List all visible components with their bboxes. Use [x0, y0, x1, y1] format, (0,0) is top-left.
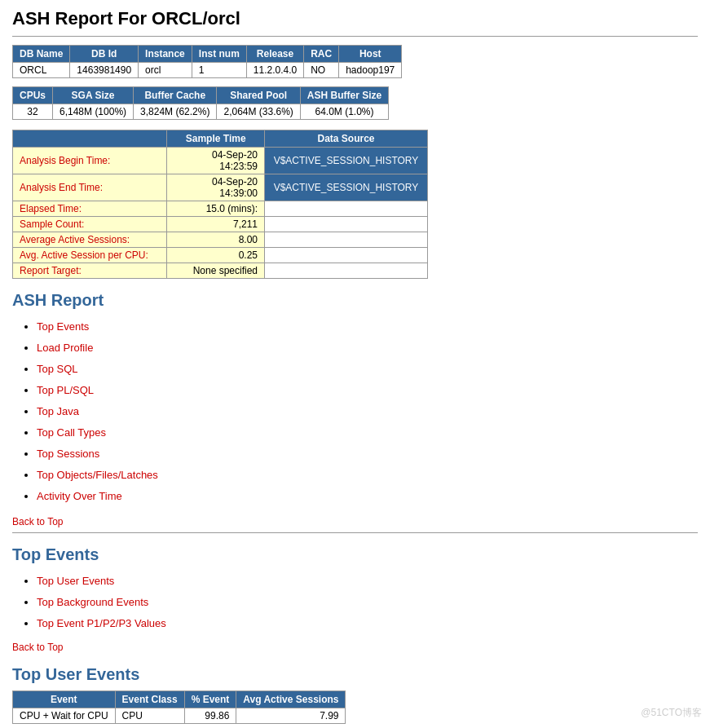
col-rac: RAC	[304, 46, 339, 63]
user-event-cell-0-0: CPU + Wait for CPU	[13, 708, 116, 724]
user-event-cell-0-3: 7.99	[236, 708, 346, 724]
analysis-value-6: None specified	[167, 263, 265, 279]
toc-item: Top Events	[37, 316, 698, 338]
user-event-cell-0-2: 99.86	[184, 708, 236, 724]
top-user-events-title: Top User Events	[12, 665, 698, 684]
val-buffer-cache: 3,824M (62.2%)	[134, 104, 217, 120]
col-ash-buffer: ASH Buffer Size	[300, 87, 388, 104]
col-cpus: CPUs	[13, 87, 53, 104]
ash-report-title: ASH Report	[12, 291, 698, 310]
col-label-empty	[13, 130, 167, 148]
top-events-link[interactable]: Top Event P1/P2/P3 Values	[37, 617, 166, 629]
analysis-label-2: Elapsed Time:	[13, 201, 167, 217]
col-pct-event: % Event	[184, 691, 236, 708]
watermark: @51CTO博客	[641, 706, 702, 720]
analysis-source-6	[265, 263, 428, 279]
analysis-value-4: 8.00	[167, 232, 265, 248]
top-events-title: Top Events	[12, 545, 698, 564]
val-host: hadoop197	[339, 63, 402, 78]
analysis-label-0: Analysis Begin Time:	[13, 148, 167, 174]
val-shared-pool: 2,064M (33.6%)	[217, 104, 300, 120]
user-event-cell-0-1: CPU	[115, 708, 184, 724]
top-user-events-table: Event Event Class % Event Avg Active Ses…	[12, 690, 346, 724]
analysis-label-4: Average Active Sessions:	[13, 232, 167, 248]
col-shared-pool: Shared Pool	[217, 87, 300, 104]
analysis-source-5	[265, 248, 428, 263]
val-release: 11.2.0.4.0	[246, 63, 303, 78]
toc-item: Top PL/SQL	[37, 380, 698, 401]
toc-link[interactable]: Activity Over Time	[37, 490, 122, 502]
analysis-value-5: 0.25	[167, 248, 265, 263]
col-buffer-cache: Buffer Cache	[134, 87, 217, 104]
page-title: ASH Report For ORCL/orcl	[12, 8, 698, 29]
col-event-class: Event Class	[115, 691, 184, 708]
col-sample-time: Sample Time	[167, 130, 265, 148]
val-rac: NO	[304, 63, 339, 78]
toc-item: Top Call Types	[37, 422, 698, 443]
toc-link[interactable]: Top Call Types	[37, 426, 106, 439]
analysis-source-2	[265, 201, 428, 217]
toc-item: Activity Over Time	[37, 486, 698, 507]
analysis-source-4	[265, 232, 428, 248]
toc-link[interactable]: Top Events	[37, 320, 89, 333]
toc-link[interactable]: Top Java	[37, 405, 79, 417]
col-event: Event	[13, 691, 116, 708]
db-info-table: DB Name DB Id Instance Inst num Release …	[12, 45, 402, 78]
col-host: Host	[339, 46, 402, 63]
analysis-label-1: Analysis End Time:	[13, 174, 167, 201]
analysis-source-3	[265, 217, 428, 232]
analysis-label-6: Report Target:	[13, 263, 167, 279]
analysis-table: Sample Time Data Source Analysis Begin T…	[12, 130, 428, 279]
col-sga: SGA Size	[53, 87, 134, 104]
analysis-label-5: Avg. Active Session per CPU:	[13, 248, 167, 263]
analysis-label-3: Sample Count:	[13, 217, 167, 232]
toc-item: Top Java	[37, 401, 698, 422]
col-data-source: Data Source	[265, 130, 428, 148]
val-db-id: 1463981490	[70, 63, 139, 78]
analysis-source-1: V$ACTIVE_SESSION_HISTORY	[265, 174, 428, 201]
toc-item: Top SQL	[37, 359, 698, 380]
toc-list: Top EventsLoad ProfileTop SQLTop PL/SQLT…	[12, 316, 698, 507]
analysis-value-2: 15.0 (mins):	[167, 201, 265, 217]
toc-link[interactable]: Top Objects/Files/Latches	[37, 469, 158, 481]
val-sga: 6,148M (100%)	[53, 104, 134, 120]
top-events-link[interactable]: Top User Events	[37, 575, 114, 587]
col-instance: Instance	[139, 46, 192, 63]
back-to-top-link-2[interactable]: Back to Top	[12, 642, 63, 653]
col-db-id: DB Id	[70, 46, 139, 63]
top-events-item: Top User Events	[37, 571, 698, 592]
toc-link[interactable]: Top Sessions	[37, 448, 99, 460]
sys-info-table: CPUs SGA Size Buffer Cache Shared Pool A…	[12, 86, 389, 120]
col-db-name: DB Name	[13, 46, 70, 63]
analysis-value-0: 04-Sep-20 14:23:59	[167, 148, 265, 174]
val-cpus: 32	[13, 104, 53, 120]
top-events-item: Top Event P1/P2/P3 Values	[37, 613, 698, 634]
val-db-name: ORCL	[13, 63, 70, 78]
top-events-link[interactable]: Top Background Events	[37, 596, 148, 608]
title-divider	[12, 36, 698, 37]
val-inst-num: 1	[192, 63, 246, 78]
back-to-top-link-1[interactable]: Back to Top	[12, 516, 63, 527]
analysis-source-0: V$ACTIVE_SESSION_HISTORY	[265, 148, 428, 174]
section-divider-1	[12, 532, 698, 533]
toc-item: Top Sessions	[37, 443, 698, 465]
val-instance: orcl	[139, 63, 192, 78]
toc-item: Top Objects/Files/Latches	[37, 465, 698, 486]
col-inst-num: Inst num	[192, 46, 246, 63]
toc-item: Load Profile	[37, 338, 698, 359]
col-avg-active: Avg Active Sessions	[236, 691, 346, 708]
val-ash-buffer: 64.0M (1.0%)	[300, 104, 388, 120]
toc-link[interactable]: Top SQL	[37, 363, 78, 375]
col-release: Release	[246, 46, 303, 63]
top-events-list: Top User EventsTop Background EventsTop …	[12, 571, 698, 634]
analysis-value-1: 04-Sep-20 14:39:00	[167, 174, 265, 201]
analysis-value-3: 7,211	[167, 217, 265, 232]
toc-link[interactable]: Top PL/SQL	[37, 384, 94, 396]
top-events-item: Top Background Events	[37, 592, 698, 613]
toc-link[interactable]: Load Profile	[37, 342, 93, 354]
